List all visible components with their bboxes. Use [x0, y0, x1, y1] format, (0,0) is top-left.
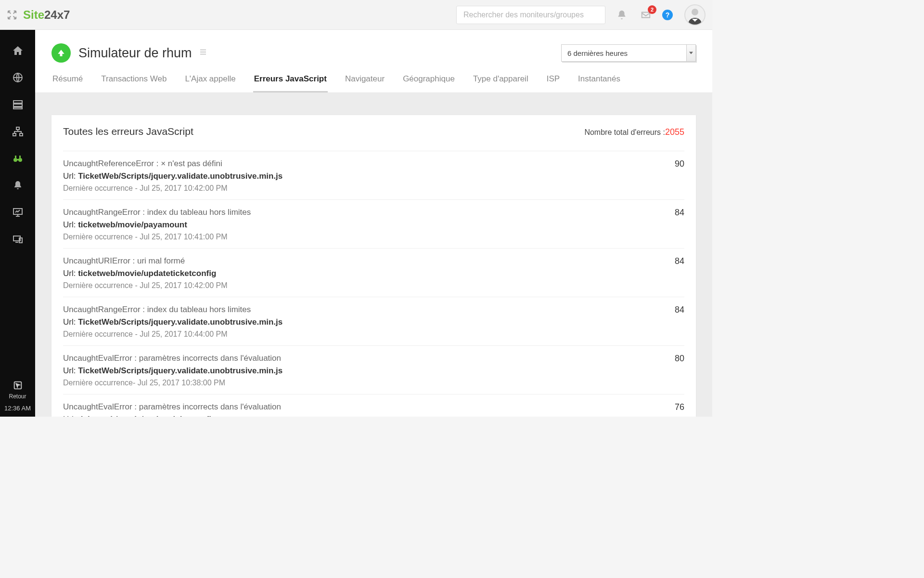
main: Simulateur de rhum 6 dernières heures Ré…	[35, 30, 712, 417]
tab-l-ajax-appelle[interactable]: L'Ajax appelle	[184, 71, 236, 92]
svg-rect-2	[13, 101, 22, 103]
error-url: TicketWeb/Scripts/jquery.validate.unobtr…	[78, 171, 282, 181]
panel-title: Toutes les erreurs JavaScript	[63, 126, 193, 137]
sidebar-server-icon[interactable]	[8, 94, 28, 115]
tab-type-d-appareil[interactable]: Type d'appareil	[472, 71, 529, 92]
sidebar-alert-icon[interactable]	[8, 175, 28, 196]
error-total-label: Nombre total d'erreurs :	[584, 128, 665, 137]
error-row[interactable]: UncaughtURIError : uri mal forméUrl: tic…	[63, 248, 684, 297]
help-icon[interactable]: ?	[662, 10, 673, 20]
error-url-label: Url:	[63, 366, 78, 375]
error-row[interactable]: UncaughtReferenceError : × n'est pas déf…	[63, 151, 684, 199]
svg-rect-7	[20, 133, 23, 136]
error-time: Dernière occurrence - Jul 25, 2017 10:42…	[63, 281, 665, 290]
error-url-label: Url:	[63, 269, 78, 278]
svg-rect-6	[13, 133, 16, 136]
error-url: TicketWeb/Scripts/jquery.validate.unobtr…	[78, 317, 282, 327]
bell-icon[interactable]	[614, 7, 629, 23]
svg-point-8	[13, 158, 17, 162]
error-total-value: 2055	[665, 127, 684, 137]
sidebar-presentation-icon[interactable]	[8, 202, 28, 223]
error-row[interactable]: UncaughtRangeError : index du tableau ho…	[63, 199, 684, 248]
error-name: UncaughtEvalError : paramètres incorrect…	[63, 402, 665, 412]
error-url-label: Url:	[63, 220, 78, 229]
error-row[interactable]: UncaughtEvalError : paramètres incorrect…	[63, 394, 684, 417]
tab-r-sum-[interactable]: Résumé	[51, 71, 84, 92]
errors-panel: Toutes les erreurs JavaScript Nombre tot…	[51, 115, 696, 417]
logo-part-b: 24x7	[44, 8, 70, 22]
sidebar-return[interactable]: Retour	[9, 380, 26, 400]
error-name: UncaughtRangeError : index du tableau ho…	[63, 208, 665, 217]
page-header: Simulateur de rhum 6 dernières heures Ré…	[35, 30, 712, 93]
status-up-icon	[51, 43, 71, 63]
svg-point-9	[18, 158, 22, 162]
top-header: Site24x7 2 ?	[0, 0, 712, 30]
sidebar-binoculars-icon[interactable]	[8, 148, 28, 169]
sidebar-globe-icon[interactable]	[8, 67, 28, 88]
logo[interactable]: Site24x7	[23, 8, 70, 22]
sidebar: Retour 12:36 AM	[0, 30, 35, 417]
sidebar-time: 12:36 AM	[4, 405, 31, 412]
svg-rect-3	[13, 104, 22, 106]
tab-isp[interactable]: ISP	[546, 71, 561, 92]
svg-rect-5	[16, 127, 19, 130]
error-row[interactable]: UncaughtEvalError : paramètres incorrect…	[63, 345, 684, 394]
error-url-label: Url:	[63, 415, 78, 417]
error-count: 80	[665, 354, 684, 387]
search-input[interactable]	[456, 6, 605, 24]
logo-part-a: Site	[23, 8, 44, 22]
sidebar-devices-icon[interactable]	[8, 229, 28, 250]
error-url: ticketweb/movie/updateticketconfig	[78, 415, 216, 417]
error-url: TicketWeb/Scripts/jquery.validate.unobtr…	[78, 366, 282, 375]
error-count: 84	[665, 305, 684, 339]
error-time: Dernière occurrence - Jul 25, 2017 10:41…	[63, 233, 665, 241]
avatar[interactable]	[684, 4, 706, 26]
error-url: ticketweb/movie/payamount	[78, 220, 187, 229]
error-time: Dernière occurrence- Jul 25, 2017 10:38:…	[63, 379, 665, 387]
tab-instantan-s[interactable]: Instantanés	[577, 71, 621, 92]
inbox-badge: 2	[648, 5, 656, 14]
error-url: ticketweb/movie/updateticketconfig	[78, 269, 216, 278]
tab-g-ographique[interactable]: Géographique	[402, 71, 456, 92]
tab-navigateur[interactable]: Navigateur	[344, 71, 385, 92]
svg-rect-10	[17, 159, 19, 160]
error-time: Dernière occurrence - Jul 25, 2017 10:42…	[63, 184, 665, 193]
tab-erreurs-javascript[interactable]: Erreurs JavaScript	[253, 71, 328, 92]
tab-transactions-web[interactable]: Transactions Web	[100, 71, 167, 92]
error-name: UncaughtURIError : uri mal formé	[63, 256, 665, 266]
error-url-label: Url:	[63, 317, 78, 327]
error-count: 84	[665, 256, 684, 290]
inbox-icon[interactable]: 2	[638, 7, 654, 23]
sidebar-network-icon[interactable]	[8, 121, 28, 142]
error-time: Dernière occurrence - Jul 25, 2017 10:44…	[63, 330, 665, 339]
svg-point-0	[692, 9, 698, 15]
expand-icon[interactable]	[7, 10, 17, 20]
tabs: RésuméTransactions WebL'Ajax appelleErre…	[51, 71, 696, 92]
error-count: 90	[665, 159, 684, 193]
page-menu-icon[interactable]	[199, 48, 207, 58]
error-count: 76	[665, 402, 684, 417]
error-name: UncaughtReferenceError : × n'est pas déf…	[63, 159, 665, 169]
error-row[interactable]: UncaughtRangeError : index du tableau ho…	[63, 297, 684, 345]
page-title: Simulateur de rhum	[78, 46, 192, 61]
sidebar-return-label: Retour	[9, 393, 26, 400]
error-count: 84	[665, 208, 684, 241]
error-name: UncaughtEvalError : paramètres incorrect…	[63, 354, 665, 363]
svg-rect-4	[13, 107, 22, 109]
error-url-label: Url:	[63, 171, 78, 181]
time-range-value: 6 dernières heures	[567, 49, 628, 57]
sidebar-home-icon[interactable]	[8, 40, 28, 61]
error-name: UncaughtRangeError : index du tableau ho…	[63, 305, 665, 315]
chevron-down-icon	[689, 52, 693, 54]
time-range-select[interactable]: 6 dernières heures	[561, 44, 696, 62]
